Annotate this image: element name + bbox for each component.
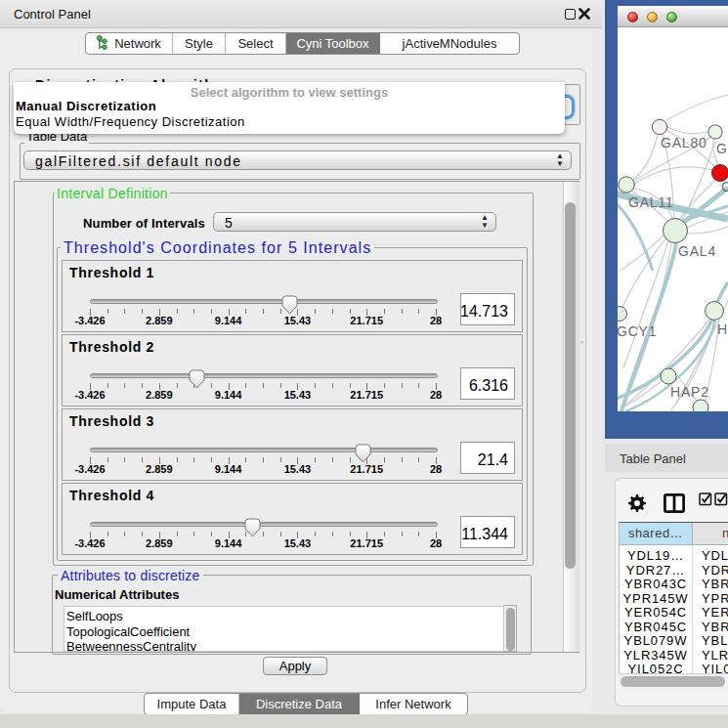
svg-text:GAL11: GAL11 xyxy=(628,194,674,210)
svg-text:GCY1: GCY1 xyxy=(618,323,657,339)
svg-text:H: H xyxy=(717,321,728,337)
svg-text:GA: GA xyxy=(716,141,728,156)
svg-text:GAL4: GAL4 xyxy=(678,243,716,259)
svg-text:C: C xyxy=(721,179,728,194)
svg-text:HAP2: HAP2 xyxy=(670,384,709,400)
svg-text:GAL80: GAL80 xyxy=(661,135,707,150)
